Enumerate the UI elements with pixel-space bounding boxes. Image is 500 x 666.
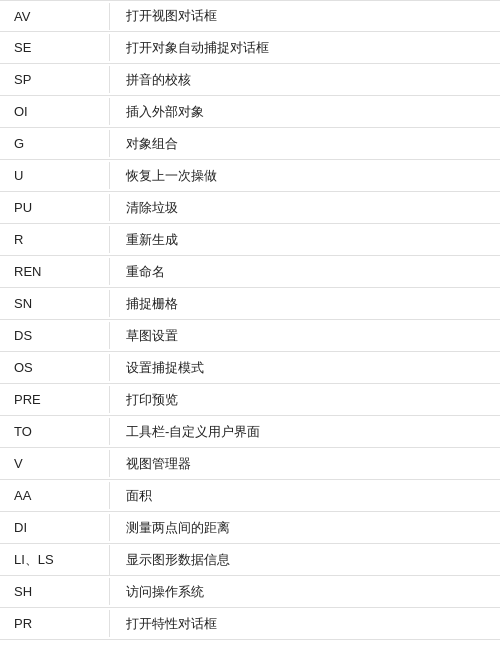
shortcut-description: 打开视图对话框	[110, 1, 500, 31]
table-row: SN捕捉栅格	[0, 288, 500, 320]
shortcut-key: SN	[0, 290, 110, 317]
shortcut-key: U	[0, 162, 110, 189]
shortcut-description: 打印预览	[110, 385, 500, 415]
shortcut-key: DI	[0, 514, 110, 541]
table-row: REN重命名	[0, 256, 500, 288]
table-row: PRE打印预览	[0, 384, 500, 416]
shortcut-description: 访问操作系统	[110, 577, 500, 607]
shortcut-key: PR	[0, 610, 110, 637]
shortcut-key: SP	[0, 66, 110, 93]
shortcut-description: 工具栏-自定义用户界面	[110, 417, 500, 447]
table-row: PR打开特性对话框	[0, 608, 500, 640]
shortcut-key: REN	[0, 258, 110, 285]
table-row: SH访问操作系统	[0, 576, 500, 608]
shortcut-key: PU	[0, 194, 110, 221]
table-row: V视图管理器	[0, 448, 500, 480]
table-row: AA面积	[0, 480, 500, 512]
table-row: AV打开视图对话框	[0, 0, 500, 32]
shortcut-description: 拼音的校核	[110, 65, 500, 95]
shortcut-description: 面积	[110, 481, 500, 511]
shortcut-key: DS	[0, 322, 110, 349]
shortcut-description: 草图设置	[110, 321, 500, 351]
table-row: DS草图设置	[0, 320, 500, 352]
table-row: PU清除垃圾	[0, 192, 500, 224]
shortcut-key: OS	[0, 354, 110, 381]
table-row: TO工具栏-自定义用户界面	[0, 416, 500, 448]
shortcut-description: 重命名	[110, 257, 500, 287]
shortcut-description: 恢复上一次操做	[110, 161, 500, 191]
shortcut-description: 测量两点间的距离	[110, 513, 500, 543]
table-row: U恢复上一次操做	[0, 160, 500, 192]
table-row: LI、LS显示图形数据信息	[0, 544, 500, 576]
shortcut-table: AV打开视图对话框SE打开对象自动捕捉对话框SP拼音的校核OI插入外部对象G对象…	[0, 0, 500, 640]
shortcut-description: 插入外部对象	[110, 97, 500, 127]
shortcut-description: 重新生成	[110, 225, 500, 255]
table-row: OS设置捕捉模式	[0, 352, 500, 384]
table-row: SP拼音的校核	[0, 64, 500, 96]
shortcut-key: OI	[0, 98, 110, 125]
shortcut-key: G	[0, 130, 110, 157]
shortcut-description: 打开特性对话框	[110, 609, 500, 639]
shortcut-key: AA	[0, 482, 110, 509]
shortcut-description: 打开对象自动捕捉对话框	[110, 33, 500, 63]
shortcut-key: R	[0, 226, 110, 253]
shortcut-description: 视图管理器	[110, 449, 500, 479]
shortcut-description: 显示图形数据信息	[110, 545, 500, 575]
shortcut-description: 对象组合	[110, 129, 500, 159]
shortcut-description: 设置捕捉模式	[110, 353, 500, 383]
shortcut-key: PRE	[0, 386, 110, 413]
table-row: G对象组合	[0, 128, 500, 160]
shortcut-key: LI、LS	[0, 545, 110, 575]
shortcut-key: SH	[0, 578, 110, 605]
table-row: OI插入外部对象	[0, 96, 500, 128]
table-row: SE打开对象自动捕捉对话框	[0, 32, 500, 64]
shortcut-description: 捕捉栅格	[110, 289, 500, 319]
table-row: R重新生成	[0, 224, 500, 256]
shortcut-key: AV	[0, 3, 110, 30]
shortcut-description: 清除垃圾	[110, 193, 500, 223]
shortcut-key: TO	[0, 418, 110, 445]
shortcut-key: V	[0, 450, 110, 477]
shortcut-key: SE	[0, 34, 110, 61]
table-row: DI测量两点间的距离	[0, 512, 500, 544]
